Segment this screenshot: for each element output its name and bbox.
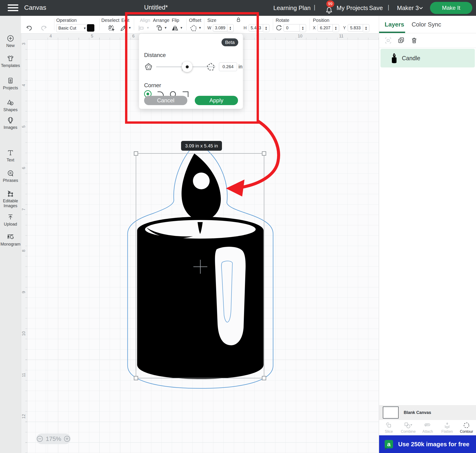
distance-unit: in bbox=[238, 64, 242, 70]
arrange-caret-icon[interactable]: ▼ bbox=[164, 26, 167, 29]
rotate-icon[interactable] bbox=[275, 24, 282, 32]
y-stepper[interactable]: ▲▼ bbox=[363, 24, 369, 32]
zoom-in-button[interactable] bbox=[63, 435, 71, 443]
hamburger-menu-icon[interactable] bbox=[8, 4, 18, 11]
offset-max-pentagon-icon bbox=[206, 62, 216, 72]
layers-panel: Layers Color Sync Candle Bla bbox=[379, 16, 476, 453]
lock-icon[interactable] bbox=[235, 16, 242, 23]
blank-canvas-row[interactable]: Blank Canvas bbox=[379, 405, 476, 420]
color-swatch[interactable] bbox=[87, 24, 94, 32]
sidebar-item-projects[interactable]: Projects bbox=[0, 77, 21, 91]
deselect-label: Deselect bbox=[101, 18, 119, 23]
edit-icon[interactable] bbox=[119, 24, 127, 32]
flip-caret-icon[interactable]: ▼ bbox=[180, 26, 183, 29]
x-position-input[interactable] bbox=[317, 24, 333, 32]
slice-button[interactable]: Slice bbox=[379, 420, 399, 435]
sidebar-item-images[interactable]: Images bbox=[0, 116, 21, 130]
y-label: Y bbox=[343, 26, 346, 30]
my-projects-link[interactable]: My Projects bbox=[336, 4, 368, 12]
v-ruler-label: 6 bbox=[21, 165, 26, 171]
tab-color-sync[interactable]: Color Sync bbox=[412, 21, 441, 28]
slider-handle[interactable] bbox=[182, 61, 192, 72]
zoom-out-button[interactable] bbox=[36, 435, 43, 443]
arrange-label: Arrange bbox=[153, 18, 169, 23]
v-ruler-label: 3 bbox=[21, 41, 26, 47]
redo-button[interactable] bbox=[40, 24, 48, 32]
flame-hole bbox=[193, 173, 210, 189]
candle-body[interactable] bbox=[137, 217, 264, 379]
x-label: X bbox=[313, 26, 316, 30]
sidebar-item-phrases[interactable]: Phrases bbox=[0, 169, 21, 183]
select-all-icon[interactable] bbox=[384, 36, 392, 44]
align-caret-icon[interactable]: ▼ bbox=[147, 26, 149, 29]
offset-caret-icon[interactable]: ▼ bbox=[198, 26, 202, 29]
rotate-input[interactable] bbox=[284, 24, 300, 32]
active-tab-underline bbox=[379, 32, 405, 33]
sidebar-item-shapes[interactable]: Shapes bbox=[0, 99, 21, 112]
edit-label: Edit bbox=[121, 18, 129, 23]
size-label: Size bbox=[207, 18, 216, 23]
layer-name: Candle bbox=[402, 55, 420, 62]
v-ruler-label: 4 bbox=[21, 82, 26, 88]
flip-icon[interactable] bbox=[171, 24, 179, 32]
offset-popup: Beta Distance in Corner Cancel Apply bbox=[139, 34, 243, 109]
layers-toolbar bbox=[379, 33, 476, 48]
layer-actions-bar: Slice Combine Attach Flatten Contour bbox=[379, 420, 476, 435]
layer-row-candle[interactable]: Candle bbox=[380, 49, 475, 67]
shapes-icon bbox=[7, 99, 14, 106]
chevron-down-icon[interactable] bbox=[418, 6, 423, 10]
distance-label: Distance bbox=[144, 52, 166, 58]
flatten-button[interactable]: Flatten bbox=[437, 420, 457, 435]
arrange-icon[interactable] bbox=[155, 24, 163, 32]
sidebar-item-upload[interactable]: Upload bbox=[0, 213, 21, 227]
sidebar-item-new[interactable]: New bbox=[0, 35, 21, 48]
align-icon[interactable] bbox=[138, 24, 145, 32]
width-stepper[interactable]: ▲▼ bbox=[227, 24, 234, 32]
duplicate-icon[interactable] bbox=[397, 36, 405, 44]
combine-button[interactable]: Combine bbox=[399, 420, 418, 435]
machine-selector[interactable]: Maker 3 bbox=[397, 4, 419, 12]
cancel-button[interactable]: Cancel bbox=[144, 96, 187, 105]
corner-label: Corner bbox=[144, 82, 161, 89]
offset-min-pentagon-icon bbox=[144, 62, 153, 71]
notification-bell-icon[interactable] bbox=[325, 6, 333, 14]
v-ruler-label: 9 bbox=[21, 289, 26, 295]
x-stepper[interactable]: ▲▼ bbox=[333, 24, 339, 32]
trash-icon[interactable] bbox=[410, 36, 418, 44]
width-input[interactable] bbox=[213, 24, 227, 32]
offset-icon[interactable] bbox=[190, 24, 197, 32]
make-it-button[interactable]: Make It bbox=[430, 2, 472, 14]
tab-layers[interactable]: Layers bbox=[385, 21, 404, 28]
v-ruler-label: 7 bbox=[21, 206, 26, 212]
sidebar-item-templates[interactable]: Templates bbox=[0, 54, 21, 68]
apply-button[interactable]: Apply bbox=[195, 96, 238, 105]
speech-bubble-icon bbox=[7, 169, 14, 177]
h-ruler-label: 11 bbox=[339, 34, 343, 39]
save-link[interactable]: Save bbox=[369, 4, 383, 12]
height-stepper[interactable]: ▲▼ bbox=[263, 24, 269, 32]
contour-button[interactable]: Contour bbox=[457, 420, 476, 435]
y-position-input[interactable] bbox=[348, 24, 363, 32]
sidebar-item-monogram[interactable]: Monogram bbox=[0, 233, 21, 247]
attach-button[interactable]: Attach bbox=[418, 420, 437, 435]
page-title: Canvas bbox=[24, 4, 46, 11]
h-ruler-label: 5 bbox=[91, 34, 93, 39]
sidebar-item-text[interactable]: Text bbox=[0, 149, 21, 163]
offset-label: Offset bbox=[189, 18, 201, 23]
learning-plan-link[interactable]: Learning Plan bbox=[273, 4, 310, 12]
h-ruler-label: 9 bbox=[256, 34, 259, 39]
promo-banner[interactable]: a Use 250k images for free bbox=[379, 435, 476, 453]
document-title[interactable]: Untitled* bbox=[144, 4, 168, 11]
rotate-stepper[interactable]: ▲▼ bbox=[300, 24, 306, 32]
v-ruler-label: 5 bbox=[21, 124, 26, 130]
undo-button[interactable] bbox=[25, 24, 34, 32]
deselect-icon[interactable] bbox=[107, 24, 115, 32]
height-input[interactable] bbox=[249, 24, 263, 32]
header-separator: | bbox=[388, 4, 389, 11]
distance-input[interactable] bbox=[219, 62, 237, 71]
operation-select[interactable]: Basic Cut▼ bbox=[56, 24, 88, 32]
sidebar-item-editable-images[interactable]: Editable Images bbox=[0, 190, 21, 208]
access-logo-icon: a bbox=[385, 440, 393, 448]
edit-caret-icon[interactable]: ▼ bbox=[128, 26, 131, 29]
operation-label: Operation bbox=[56, 18, 77, 23]
